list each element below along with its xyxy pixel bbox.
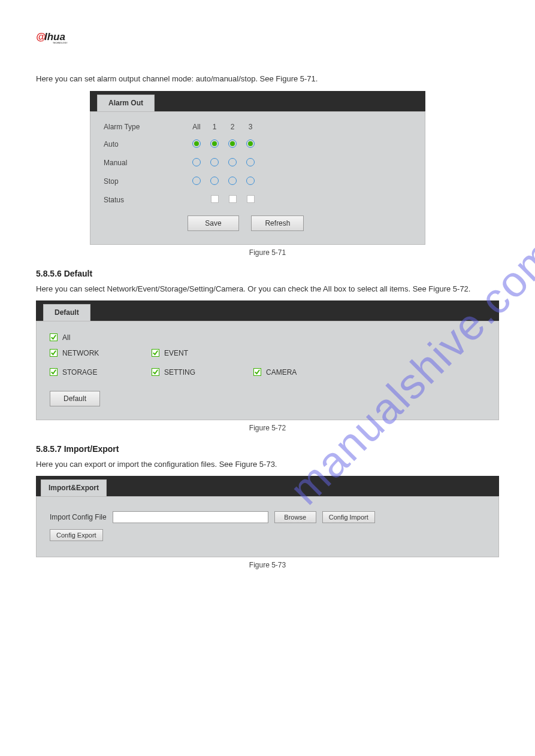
radio-manual-2[interactable] bbox=[228, 158, 237, 166]
checkbox-event-label: EVENT bbox=[164, 349, 188, 357]
label-status: Status bbox=[104, 196, 188, 204]
checkbox-network-label: NETWORK bbox=[62, 349, 99, 357]
browse-button[interactable]: Browse bbox=[274, 511, 316, 523]
import-export-tab[interactable]: Import&Export bbox=[41, 479, 107, 496]
col-all: All bbox=[188, 123, 205, 131]
checkbox-network[interactable]: NETWORK bbox=[50, 349, 152, 357]
radio-auto-1[interactable] bbox=[210, 139, 219, 148]
label-auto: Auto bbox=[104, 140, 188, 148]
radio-stop-all[interactable] bbox=[192, 177, 201, 185]
logo-subtext: TECHNOLOGY bbox=[53, 42, 68, 44]
default-tab[interactable]: Default bbox=[43, 304, 90, 321]
alarm-out-panel: Alarm Out Alarm Type All 1 2 3 Auto Manu… bbox=[90, 91, 425, 245]
col-3: 3 bbox=[241, 123, 259, 131]
check-icon bbox=[50, 333, 58, 341]
radio-stop-1[interactable] bbox=[210, 177, 219, 185]
brand-logo: @ lhua TECHNOLOGY bbox=[36, 30, 499, 49]
checkbox-setting[interactable]: SETTING bbox=[152, 368, 253, 377]
checkbox-storage-label: STORAGE bbox=[62, 368, 97, 377]
radio-auto-3[interactable] bbox=[246, 139, 255, 148]
save-button[interactable]: Save bbox=[188, 215, 239, 231]
checkbox-all-label: All bbox=[62, 333, 70, 342]
check-icon bbox=[152, 368, 159, 376]
intro-text: Here you can set alarm output channel mo… bbox=[36, 73, 499, 85]
import-export-panel: Import&Export Import Config File Browse … bbox=[36, 476, 499, 557]
heading-default: 5.8.5.6 Default bbox=[36, 269, 499, 278]
radio-manual-1[interactable] bbox=[210, 158, 219, 166]
text-import-export: Here you can export or import the config… bbox=[36, 459, 499, 470]
radio-auto-2[interactable] bbox=[228, 139, 237, 148]
text-default: Here you can select Network/Event/Storag… bbox=[36, 283, 499, 295]
col-2: 2 bbox=[223, 123, 241, 131]
status-1 bbox=[211, 195, 219, 203]
label-stop: Stop bbox=[104, 177, 188, 186]
radio-stop-2[interactable] bbox=[228, 177, 237, 185]
status-2 bbox=[229, 195, 237, 203]
check-icon bbox=[253, 368, 261, 376]
checkbox-setting-label: SETTING bbox=[164, 368, 195, 377]
col-1: 1 bbox=[205, 123, 223, 131]
radio-stop-3[interactable] bbox=[246, 177, 255, 185]
default-button[interactable]: Default bbox=[50, 391, 100, 406]
status-3 bbox=[247, 195, 255, 203]
alarm-out-tab[interactable]: Alarm Out bbox=[97, 95, 155, 111]
check-icon bbox=[50, 368, 58, 376]
heading-import-export: 5.8.5.7 Import/Export bbox=[36, 444, 499, 454]
refresh-button[interactable]: Refresh bbox=[251, 215, 304, 231]
label-alarm-type: Alarm Type bbox=[104, 123, 188, 131]
radio-manual-3[interactable] bbox=[246, 158, 255, 166]
figure-caption-import: Figure 5-73 bbox=[36, 561, 499, 569]
figure-caption-alarm: Figure 5-71 bbox=[36, 248, 499, 257]
checkbox-storage[interactable]: STORAGE bbox=[50, 368, 152, 377]
checkbox-all[interactable]: All bbox=[50, 333, 70, 342]
checkbox-event[interactable]: EVENT bbox=[152, 349, 253, 357]
default-panel: Default All NETWORK EVENT STORAGE bbox=[36, 300, 499, 420]
checkbox-camera[interactable]: CAMERA bbox=[253, 368, 355, 377]
config-import-button[interactable]: Config Import bbox=[322, 511, 375, 523]
check-icon bbox=[50, 349, 58, 357]
radio-manual-all[interactable] bbox=[192, 158, 201, 166]
import-file-input[interactable] bbox=[113, 511, 268, 523]
check-icon bbox=[152, 349, 159, 357]
logo-text: lhua bbox=[44, 31, 65, 42]
figure-caption-default: Figure 5-72 bbox=[36, 424, 499, 432]
label-import-file: Import Config File bbox=[50, 513, 107, 521]
label-manual: Manual bbox=[104, 159, 188, 167]
radio-auto-all[interactable] bbox=[192, 139, 201, 148]
checkbox-camera-label: CAMERA bbox=[266, 368, 297, 377]
config-export-button[interactable]: Config Export bbox=[50, 529, 103, 541]
